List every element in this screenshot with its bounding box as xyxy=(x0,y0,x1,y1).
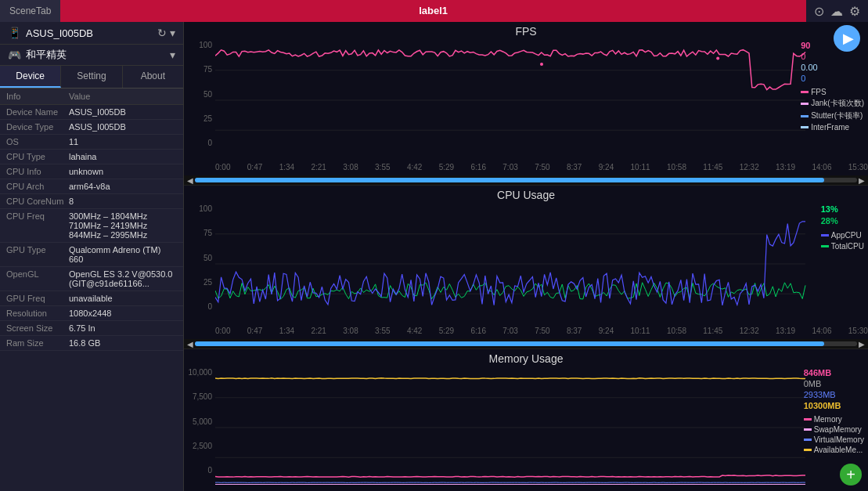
mem-y-7500: 7,500 xyxy=(193,392,212,401)
available-label: AvailableMe... xyxy=(814,446,863,454)
info-row: OS11 xyxy=(0,135,183,150)
stutter-legend-item: Stutter(卡顿率) xyxy=(801,110,864,121)
x-label: 9:24 xyxy=(599,163,614,175)
device-icon: 📱 xyxy=(8,27,21,39)
x-label: 11:45 xyxy=(703,327,722,339)
game-icon: 🎮 xyxy=(8,49,21,61)
play-button[interactable]: ▶ xyxy=(834,25,860,52)
x-label: 15:30 xyxy=(848,327,868,339)
label1-tab[interactable]: label1 xyxy=(60,0,806,22)
stutter-val: 0.00 xyxy=(801,63,817,72)
x-label: 11:45 xyxy=(703,163,722,175)
memory-dot xyxy=(804,418,812,421)
cpu-scroll-thumb[interactable] xyxy=(195,341,824,346)
fps-legend-stutter: 0.00 xyxy=(801,63,864,72)
tab-about[interactable]: About xyxy=(123,66,183,88)
info-key: CPU Freq xyxy=(6,211,69,221)
x-label: 0:00 xyxy=(215,163,230,175)
x-label: 10:11 xyxy=(631,327,650,339)
cpu-legend-appcpu: AppCPU xyxy=(821,231,864,240)
fps-scroll-right[interactable]: ▶ xyxy=(857,176,866,185)
cpu-scroll-left[interactable]: ◀ xyxy=(185,340,195,348)
cpu-y-75: 75 xyxy=(203,229,212,237)
x-label: 3:08 xyxy=(343,327,358,339)
info-value: 6.75 In xyxy=(69,323,177,333)
cpu-svg xyxy=(215,203,868,325)
info-row: OpenGLOpenGL ES 3.2 V@0530.0 (GIT@c91de6… xyxy=(0,267,183,291)
jank-val: 0 xyxy=(801,52,805,61)
fps-scroll-left[interactable]: ◀ xyxy=(185,176,195,185)
cpu-scroll-track[interactable] xyxy=(195,341,857,346)
device-name: ASUS_I005DB xyxy=(26,27,153,39)
info-row: GPU TypeQualcomm Adreno (TM) 660 xyxy=(0,243,183,267)
x-label: 5:29 xyxy=(439,327,454,339)
info-key: Device Type xyxy=(6,122,69,132)
x-label: 10:11 xyxy=(631,163,650,175)
x-label: 7:03 xyxy=(502,327,517,339)
svg-point-4 xyxy=(716,56,719,60)
x-label: 4:42 xyxy=(407,163,422,175)
info-row: Device TypeASUS_I005DB xyxy=(0,120,183,135)
info-value: 16.8 GB xyxy=(69,338,177,348)
refresh-icon[interactable]: ↻ xyxy=(157,27,167,39)
x-label: 3:08 xyxy=(343,163,358,175)
top-icons: ⊙ ☁ ⚙ xyxy=(806,4,868,19)
cloud-icon[interactable]: ☁ xyxy=(830,4,843,19)
fps-scroll-track[interactable] xyxy=(195,178,857,182)
appcpu-label: AppCPU xyxy=(831,231,862,240)
cpu-chart-body: 100 75 50 25 0 13% 28% AppCPU xyxy=(184,203,868,325)
location-icon[interactable]: ⊙ xyxy=(814,4,824,19)
x-label: 1:34 xyxy=(279,163,294,175)
game-name: 和平精英 xyxy=(26,48,165,62)
info-row: CPU Infounknown xyxy=(0,164,183,179)
cpu-chart-area: 13% 28% AppCPU TotalCPU xyxy=(215,203,868,325)
device-row: 📱 ASUS_I005DB ↻ ▾ xyxy=(0,22,183,45)
info-row: CPU Freq300MHz – 1804MHz 710MHz – 2419MH… xyxy=(0,209,183,243)
memory-y-axis: 10,000 7,500 5,000 2,500 0 xyxy=(184,366,215,489)
x-label: 0:00 xyxy=(215,327,230,339)
fps-chart-section: FPS ▶ 100 75 50 25 0 90 xyxy=(184,22,868,186)
x-label: 9:24 xyxy=(599,327,614,339)
chevron-down-icon[interactable]: ▾ xyxy=(170,27,175,39)
svg-point-3 xyxy=(540,63,543,66)
plus-icon: + xyxy=(846,466,855,484)
info-value: 8 xyxy=(69,197,177,206)
plus-button[interactable]: + xyxy=(840,464,862,486)
x-label: 14:06 xyxy=(812,327,831,339)
cpu-totalcpu-val: 28% xyxy=(821,216,864,226)
fps-legend-jank: 0 xyxy=(801,52,864,61)
totalcpu-dot xyxy=(821,245,829,247)
memory-chart-area: 846MB 0MB 2933MB 10300MB Memory SwapMemo… xyxy=(215,366,868,489)
fps-chart-area: 90 0 0.00 0 FPS xyxy=(215,39,868,161)
settings-icon[interactable]: ⚙ xyxy=(849,4,860,19)
fps-chart-title: FPS xyxy=(184,22,868,39)
x-label: 13:19 xyxy=(776,163,795,175)
virtual-label: VirtualMemory xyxy=(814,435,864,444)
cpu-scroll-right[interactable]: ▶ xyxy=(857,340,866,348)
tab-device[interactable]: Device xyxy=(0,66,61,88)
x-label: 0:47 xyxy=(247,327,262,339)
info-value: OpenGL ES 3.2 V@0530.0 (GIT@c91de61166..… xyxy=(69,269,177,288)
x-label: 7:03 xyxy=(502,163,517,175)
cpu-y-25: 25 xyxy=(203,278,212,287)
fps-scrollbar[interactable]: ◀ ▶ xyxy=(184,175,868,185)
cpu-scrollbar[interactable]: ◀ ▶ xyxy=(184,339,868,348)
tab-setting[interactable]: Setting xyxy=(61,66,122,88)
interframe-legend-item: InterFrame xyxy=(801,123,864,132)
jank-legend-item: Jank(卡顿次数) xyxy=(801,98,864,109)
game-chevron-icon[interactable]: ▾ xyxy=(170,49,175,61)
info-value: arm64-v8a xyxy=(69,182,177,191)
scene-tab[interactable]: SceneTab xyxy=(0,0,60,22)
cpu-y-0: 0 xyxy=(207,302,212,311)
fps-scroll-thumb[interactable] xyxy=(195,178,824,182)
fps-legend-label: FPS xyxy=(811,88,826,96)
info-value: 11 xyxy=(69,137,177,146)
play-icon: ▶ xyxy=(843,30,854,47)
info-key: GPU Freq xyxy=(6,294,69,303)
interframe-val: 0 xyxy=(801,74,805,83)
memory-chart-body: 10,000 7,500 5,000 2,500 0 846MB 0MB 293… xyxy=(184,366,868,489)
info-key: CPU Type xyxy=(6,152,69,161)
memory-svg xyxy=(215,366,868,489)
cpu-appcpu-val: 13% xyxy=(821,204,864,214)
mem-legend-swap: SwapMemory xyxy=(804,425,864,434)
